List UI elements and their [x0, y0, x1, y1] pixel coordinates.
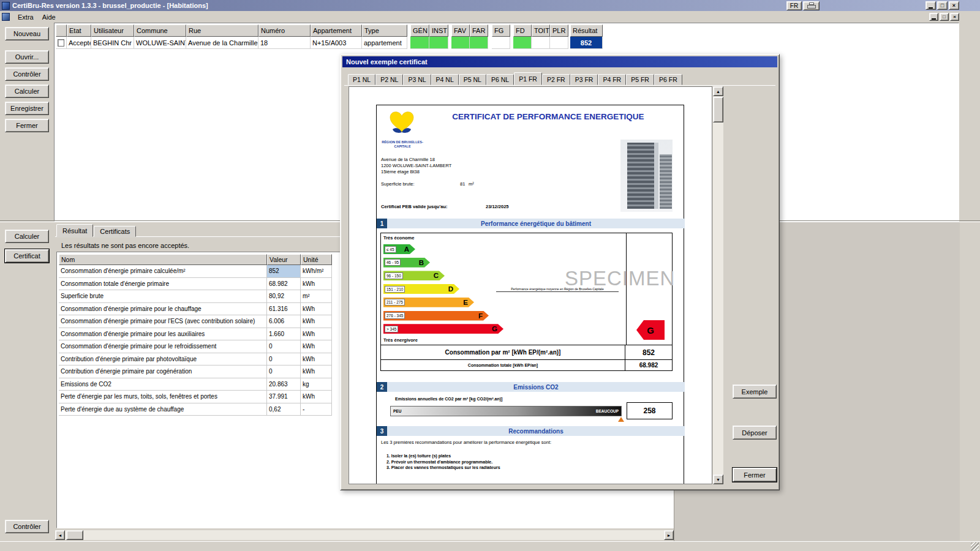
column-header-fg[interactable]: FG: [492, 24, 510, 37]
menu-extra[interactable]: Extra: [13, 12, 38, 22]
building-tower-secondary: [660, 154, 672, 209]
average-performance-note: Performance énergétique moyenne en Régio…: [496, 287, 619, 292]
tab-p2-nl[interactable]: P2 NL: [375, 74, 403, 85]
calculer-button[interactable]: Calculer: [5, 230, 49, 243]
column-header-inst[interactable]: INST: [429, 24, 448, 37]
language-button[interactable]: FR: [786, 1, 802, 10]
superficie-label: Superficie brute:: [381, 181, 415, 187]
co2-emissions-label: Emissions annuelles de CO2 par m² [kg CO…: [395, 397, 502, 401]
scroll-left-button[interactable]: ◄: [55, 530, 65, 540]
header-select[interactable]: [56, 24, 67, 37]
tab-p4-nl[interactable]: P4 NL: [431, 74, 459, 85]
tab-p6-nl[interactable]: P6 NL: [486, 74, 514, 85]
tab-p2-fr[interactable]: P2 FR: [542, 74, 570, 85]
exemple-button[interactable]: Exemple: [733, 384, 777, 399]
building-tower: [627, 143, 658, 209]
band-letter: B: [419, 259, 424, 266]
column-header-fav[interactable]: FAV: [451, 24, 470, 37]
resize-grip[interactable]: [971, 542, 979, 550]
controler-button-bottom[interactable]: Contrôler: [5, 520, 49, 533]
child-window-controls: □ ×: [929, 13, 959, 21]
results-cell: Perte d'énergie due au système de chauff…: [59, 403, 267, 416]
results-row: Consommation d'énergie primaire pour le …: [59, 340, 332, 353]
toolbar-button-nouveau[interactable]: Nouveau: [5, 27, 49, 40]
column-header-plr[interactable]: PLR: [550, 24, 568, 37]
indicator-fd: [513, 37, 532, 49]
scroll-down-button[interactable]: ▼: [713, 474, 723, 484]
column-header-gen[interactable]: GÉN: [410, 24, 429, 37]
deposer-button[interactable]: Déposer: [733, 425, 777, 440]
tab-p3-fr[interactable]: P3 FR: [570, 74, 598, 85]
column-header-appartement[interactable]: Appartement: [311, 24, 362, 37]
toolbar-button-enregistrer[interactable]: Enregistrer: [5, 102, 49, 115]
child-restore-button[interactable]: □: [940, 13, 949, 21]
column-header-etat[interactable]: Etat: [67, 24, 91, 37]
fermer-button[interactable]: Fermer: [733, 468, 777, 482]
maximize-button[interactable]: □: [937, 1, 948, 10]
column-header-fd[interactable]: FD: [513, 24, 532, 37]
results-cell: Contribution d'énergie primaire par phot…: [59, 353, 267, 366]
consumption-per-m2-label: Consommation par m² [kWh EP/(m².an)]: [381, 345, 625, 359]
results-row: Consommation d'énergie primaire pour le …: [59, 303, 332, 316]
close-button[interactable]: ×: [949, 1, 959, 10]
child-close-button[interactable]: ×: [950, 13, 959, 21]
energy-band-f: 276 - 345F: [383, 311, 489, 321]
row-checkbox[interactable]: [58, 39, 64, 47]
toolbar-button-calculer[interactable]: Calculer: [5, 84, 49, 98]
scroll-up-button[interactable]: ▲: [713, 86, 723, 96]
toolbar-button-ouvrir[interactable]: Ouvrir...: [5, 50, 49, 64]
superficie-unit: m²: [469, 181, 474, 187]
band-letter: A: [404, 246, 409, 253]
section-performance: 1 Performance énergétique du bâtiment: [377, 219, 685, 228]
results-cell: kg: [301, 378, 332, 391]
co2-gradient-bar: PEU BEAUCOUP: [390, 406, 622, 416]
horizontal-scrollbar[interactable]: ◄ ►: [55, 530, 674, 540]
print-button[interactable]: [803, 1, 820, 10]
certificat-button[interactable]: Certificat: [5, 249, 49, 263]
child-minimize-button[interactable]: [929, 13, 938, 21]
tab-p3-nl[interactable]: P3 NL: [403, 74, 431, 85]
tab-resultat[interactable]: Résultat: [56, 224, 93, 237]
column-header-commune[interactable]: Commune: [134, 24, 186, 37]
recommendations-list: 1. Isoler la (es) toiture (s) plates2. P…: [386, 453, 500, 471]
row-select-cell[interactable]: [56, 37, 67, 49]
tab-p6-fr[interactable]: P6 FR: [654, 74, 682, 85]
column-header-utilisateur[interactable]: Utilisateur: [91, 24, 134, 37]
scrollbar-thumb[interactable]: [713, 97, 723, 122]
tab-p1-fr[interactable]: P1 FR: [514, 72, 542, 85]
menu-aide[interactable]: Aide: [38, 12, 60, 22]
tab-p5-fr[interactable]: P5 FR: [626, 74, 654, 85]
column-header-numero[interactable]: Numéro: [258, 24, 311, 37]
toolbar-button-fermer[interactable]: Fermer: [5, 119, 49, 132]
section-number: 1: [377, 219, 387, 228]
dialog-tab-edge: [344, 85, 775, 86]
recommendation-item: 1. Isoler la (es) toiture (s) plates: [386, 453, 500, 459]
scrollbar-thumb[interactable]: [66, 530, 83, 540]
dwellings-table-row[interactable]: AcceptéBEGHIN ChrWOLUWE-SAINT-LAMBERTAve…: [56, 37, 603, 49]
indicator-toit: [532, 37, 550, 49]
consumption-total-label: Consommation totale [kWh EP/an]: [381, 360, 625, 370]
consumption-total-value: 68.982: [625, 360, 672, 370]
preview-scrollbar[interactable]: ▲ ▼: [713, 86, 723, 484]
column-header-resultat[interactable]: Résultat: [570, 24, 603, 37]
tab-p5-nl[interactable]: P5 NL: [459, 74, 486, 85]
scroll-right-button[interactable]: ►: [664, 530, 674, 540]
results-header-unite[interactable]: Unité: [301, 254, 332, 265]
address-line: Avenue de la Charmille 18: [381, 157, 451, 163]
column-header-rue[interactable]: Rue: [186, 24, 258, 37]
results-cell: Superficie brute: [59, 290, 267, 303]
tab-certificats[interactable]: Certificats: [94, 226, 136, 237]
results-header-valeur[interactable]: Valeur: [267, 254, 301, 265]
column-header-far[interactable]: FAR: [470, 24, 488, 37]
tab-p4-fr[interactable]: P4 FR: [598, 74, 626, 85]
results-header-nom[interactable]: Nom: [59, 254, 267, 265]
scale-bottom-label: Très énergivore: [383, 337, 418, 343]
toolbar-button-controler[interactable]: Contrôler: [5, 67, 49, 81]
column-header-type[interactable]: Type: [362, 24, 407, 37]
tab-p1-nl[interactable]: P1 NL: [348, 74, 375, 85]
results-cell: 6.006: [267, 315, 301, 328]
minimize-icon: [932, 18, 936, 20]
minimize-button[interactable]: [925, 1, 936, 10]
column-header-toit[interactable]: TOIT: [532, 24, 550, 37]
band-range: > 345: [385, 326, 398, 332]
